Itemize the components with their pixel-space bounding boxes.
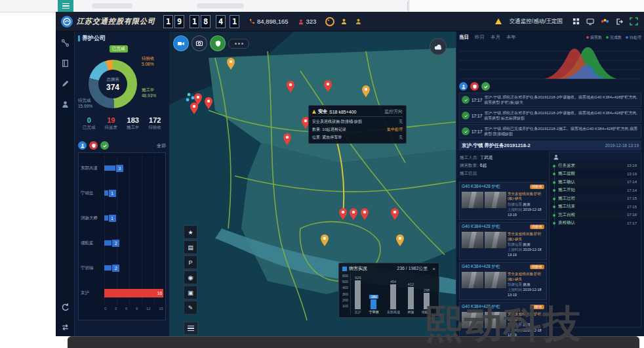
layers-icon[interactable]: ▤ (184, 240, 197, 254)
axis-tick: 3 (115, 307, 117, 311)
filter-alert-button[interactable] (470, 82, 479, 91)
filter-all[interactable]: 全部 (157, 142, 166, 149)
panel-title: 养护公司 (82, 34, 106, 43)
period-tab[interactable]: 本年 (506, 34, 516, 41)
logout-icon[interactable] (614, 16, 624, 27)
worker-icon (553, 154, 559, 160)
timeline-label: 任务派发 (558, 163, 575, 169)
timeline-label: 施工确认 (558, 179, 575, 185)
staff-user-icon[interactable] (353, 16, 363, 27)
status-stat: 172 待验收 (144, 116, 167, 131)
legend-dot (606, 36, 609, 39)
maintenance-icon (462, 96, 470, 104)
photo-thumbnail[interactable] (462, 312, 483, 328)
company-row[interactable]: 领航监 2 (81, 230, 163, 255)
filter-done-button[interactable] (100, 141, 109, 150)
grid-apps-icon[interactable] (571, 16, 581, 27)
company-row[interactable]: 宁靖盐 1 (81, 181, 163, 206)
edit-pen-icon[interactable] (60, 79, 70, 89)
company-count-badge: 1 (109, 190, 116, 197)
timeline-column: 任务派发 13:19 施工提醒 13:19 施工确认 17:14 施工开始 17… (549, 152, 641, 328)
close-icon[interactable]: × (432, 266, 435, 272)
duty-user-icon[interactable] (338, 16, 349, 27)
layers-pill-button[interactable] (228, 39, 249, 49)
undo-icon[interactable] (60, 302, 70, 312)
company-count-badge: 2 (112, 240, 119, 247)
photo-thumbnail[interactable] (462, 272, 483, 288)
period-tab[interactable]: 本月 (491, 34, 500, 41)
user-breadcrumb: 交通监控/感动/王定国 (510, 18, 563, 26)
company-row[interactable]: 宁宿徐 2 (81, 255, 163, 280)
company-row[interactable]: 东部高速 3 (81, 156, 163, 181)
person-icon[interactable] (60, 99, 70, 109)
company-count-badge: 1 (109, 215, 116, 222)
patrol-button[interactable] (210, 35, 226, 51)
popup-bar-column: 180 宁常镇 (369, 295, 380, 315)
filter-person-button[interactable] (459, 82, 468, 91)
photo-thumbnail[interactable] (485, 272, 506, 288)
filter-person-button[interactable] (78, 141, 87, 150)
menu-button[interactable] (58, 0, 73, 12)
monitor-icon[interactable] (585, 16, 595, 27)
photo-thumbnail[interactable] (485, 232, 506, 248)
company-name: 润扬大桥 (81, 215, 104, 220)
map-menu-button[interactable] (184, 322, 198, 335)
card-body: 安全及巡线设施-护栏(板)-缺失 拍摄位置 路测 上报时间 2019-12-18… (460, 311, 546, 339)
popup-header: 病害实况 236 / 1982公里 × (342, 265, 435, 272)
photo-thumbnail[interactable] (462, 232, 483, 248)
disease-card[interactable]: G40 K384+428 护栏 待验收 安全及巡线设施-护栏(板)-缺失 拍摄位… (459, 262, 547, 300)
swap-arrows-icon[interactable] (60, 322, 70, 332)
card-road: G40 K384+428 护栏 (462, 304, 500, 310)
company-row[interactable]: 京沪 16 (81, 280, 163, 305)
map-area[interactable]: ★ ▤ P ◉ ▣ ✎ 安全 S18 k85+400 监控方向 安全及巡线设施-… (169, 32, 456, 336)
background-window-bar[interactable] (68, 336, 639, 348)
disease-card[interactable]: G40 K384+428 护栏 待验收 安全及巡线设施-护栏(板)-缺失 拍摄位… (459, 302, 547, 340)
photo-thumbnail[interactable] (485, 312, 506, 328)
alert-item[interactable]: 17:17 京沪-宁镇,班组已完成养护任务20191218-2施工。病害地点G4… (459, 124, 641, 139)
alert-list: 17:17 京沪-宁镇,班组正在对养护任务20191218-2申请验收。病害地点… (459, 93, 641, 139)
alert-text: 京沪-宁镇,班组已完成养护任务20191218-2施工。病害地点G40 K384… (484, 126, 639, 137)
popup-bar-column: 298 领航监 (421, 288, 432, 315)
weather-cloud-button[interactable] (430, 38, 447, 55)
timeline-time: 13:19 (627, 172, 637, 176)
alert-item[interactable]: 17:17 京沪-宁镇,班组正在对养护任务20191218-2申请验收。病害地点… (459, 108, 641, 123)
photo-thumbnail[interactable] (462, 192, 483, 208)
alert-item[interactable]: 17:17 京沪-宁镇,班组正在对养护任务20191218-2申请验收。病害地点… (459, 93, 641, 107)
target-icon[interactable] (325, 17, 334, 26)
disease-card[interactable]: G40 K384+428 护栏 待验收 安全及巡线设施-护栏(板)-缺失 拍摄位… (459, 182, 547, 220)
panel-icon[interactable]: ▣ (184, 286, 197, 299)
app-header: 江苏交通控股有限公司 1 9 1 8 4 1 84,898,165 323 交通… (56, 12, 644, 32)
video-button[interactable] (173, 35, 189, 51)
disease-card[interactable]: G40 K384+428 护栏 待验收 安全及巡线设施-护栏(板)-缺失 拍摄位… (459, 222, 547, 260)
gauge-icon[interactable]: ◉ (184, 271, 197, 284)
axis-tick: 0 (104, 307, 106, 311)
filter-alert-button[interactable] (89, 141, 98, 150)
alert-time: 17:17 (472, 114, 482, 118)
task-detail-column: 施工人员:丁武道 病害数量:6起 施工信息: G40 K384+428 护栏 待… (459, 152, 547, 328)
period-tabs: 当日 昨日 本月 本年 病害数 完成数 待处理 (459, 34, 641, 41)
edit-icon[interactable]: ✎ (184, 301, 197, 315)
company-name: 东部高速 (81, 165, 104, 170)
route-icon[interactable] (60, 38, 70, 48)
filter-done-button[interactable] (481, 82, 490, 91)
counter-digit: 4 (216, 15, 226, 28)
company-row[interactable]: 润扬大桥 1 (81, 206, 163, 230)
background-window-top (0, 0, 644, 12)
palette-dots-icon[interactable] (599, 16, 610, 27)
fullscreen-icon[interactable] (628, 16, 639, 27)
card-road: G40 K384+428 护栏 (462, 184, 500, 190)
company-bar (104, 240, 111, 246)
logbook-icon[interactable] (60, 58, 70, 68)
period-tab[interactable]: 当日 (459, 34, 469, 41)
camera-button[interactable] (191, 35, 207, 51)
photo-thumbnail[interactable] (485, 192, 506, 208)
axis-tick: 6 (125, 307, 127, 311)
period-tab[interactable]: 昨日 (475, 34, 485, 41)
donut-tag-complete: 已完成 (110, 45, 128, 53)
star-icon[interactable]: ★ (184, 225, 197, 239)
filter-row: 全部 (78, 141, 166, 150)
timeline-item: 施工开始 17:14 (550, 186, 641, 195)
parking-icon[interactable]: P (184, 255, 197, 269)
timeline-label: 施工提醒 (558, 171, 575, 177)
card-location: 拍摄位置 路测 (508, 202, 544, 207)
